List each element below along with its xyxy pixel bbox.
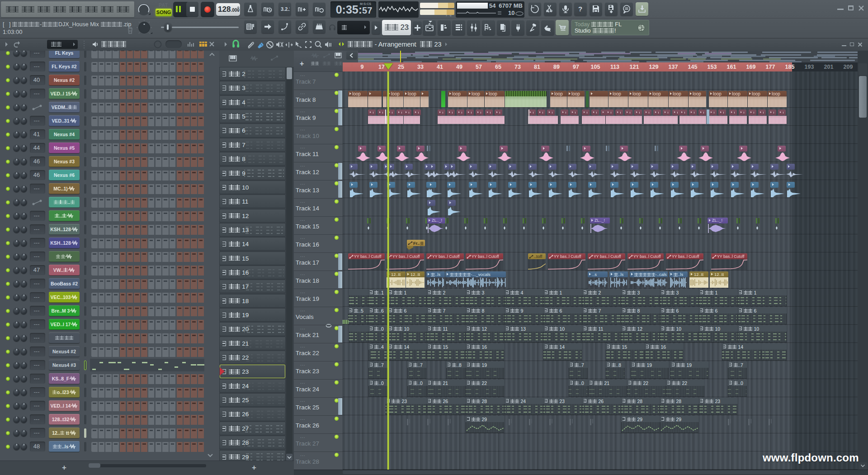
svg-text:3.2.1: 3.2.1 (281, 6, 290, 12)
svg-text:?: ? (578, 5, 582, 13)
